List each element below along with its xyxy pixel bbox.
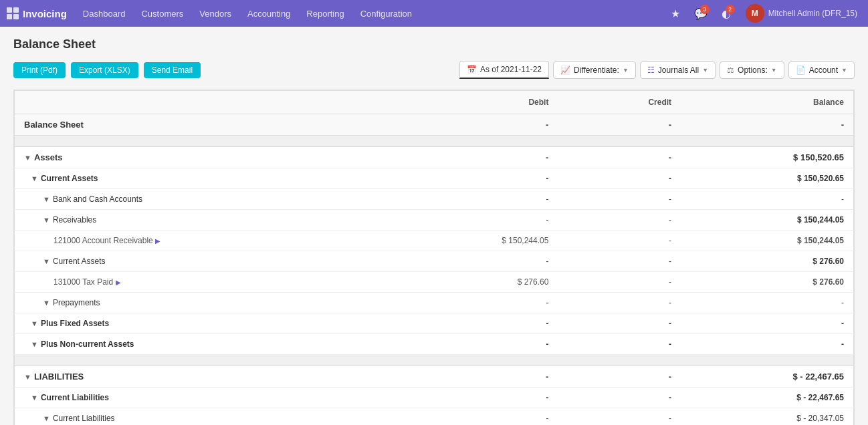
toolbar: Print (Pdf) Export (XLSX) Send Email 📅 A… xyxy=(13,61,855,79)
row-debit: - xyxy=(397,147,558,168)
row-credit: - xyxy=(558,293,681,313)
toggle-arrow[interactable]: ▼ xyxy=(31,174,38,182)
page-title: Balance Sheet xyxy=(13,37,855,51)
row-label: ▼Current Liabilities xyxy=(15,408,397,426)
activity-badge: 2 xyxy=(726,5,735,14)
row-label: 131000 Tax Paid ▶ xyxy=(15,272,397,293)
account-icon: 📄 xyxy=(796,65,806,75)
row-balance: $ - 22,467.65 xyxy=(681,366,853,388)
options-filter-button[interactable]: ⚖ Options: ▼ xyxy=(720,61,784,79)
section-header-row: ▼Assets - - $ 150,520.65 xyxy=(15,147,854,168)
options-caret: ▼ xyxy=(771,67,777,74)
calendar-icon: 📅 xyxy=(467,65,477,74)
row-debit: - xyxy=(397,189,558,210)
row-credit: - xyxy=(558,272,681,293)
export-button[interactable]: Export (XLSX) xyxy=(71,62,138,78)
row-label: ▼Current Liabilities xyxy=(15,388,397,408)
row-credit: - xyxy=(558,210,681,231)
row-balance: - xyxy=(681,189,853,210)
row-label: ▼LIABILITIES xyxy=(15,366,397,388)
toggle-arrow[interactable]: ▼ xyxy=(24,154,31,162)
sub-header-row: ▼Plus Fixed Assets - - - xyxy=(15,313,854,334)
toggle-arrow[interactable]: ▼ xyxy=(43,195,50,203)
col-header-balance: Balance xyxy=(681,91,853,114)
row-credit: - xyxy=(558,168,681,189)
row-label: Balance Sheet xyxy=(15,114,397,136)
toggle-arrow[interactable]: ▼ xyxy=(31,340,38,348)
date-filter-button[interactable]: 📅 As of 2021-11-22 xyxy=(459,61,549,79)
sub-sub-header-row: ▼Prepayments - - - xyxy=(15,293,854,313)
sub-sub-header-row: ▼Receivables - - $ 150,244.05 xyxy=(15,210,854,231)
report-table-container: Debit Credit Balance Balance Sheet - - -… xyxy=(13,90,855,425)
table-row: 131000 Tax Paid ▶ $ 276.60 - $ 276.60 xyxy=(15,272,854,293)
toggle-arrow[interactable]: ▼ xyxy=(31,319,38,327)
row-balance: $ 150,244.05 xyxy=(681,210,853,231)
toggle-arrow[interactable]: ▼ xyxy=(43,216,50,224)
row-link-arrow[interactable]: ▶ xyxy=(116,279,121,286)
nav-reporting[interactable]: Reporting xyxy=(300,0,350,27)
section-gap-row xyxy=(15,136,854,147)
balance-sheet-root-row: Balance Sheet - - - xyxy=(15,114,854,136)
sub-sub-header-row: ▼Current Assets - - $ 276.60 xyxy=(15,251,854,272)
row-credit: - xyxy=(558,147,681,168)
row-balance: $ - 20,347.05 xyxy=(681,408,853,426)
differentiate-filter-button[interactable]: 📈 Differentiate: ▼ xyxy=(553,61,636,79)
user-menu[interactable]: M Mitchell Admin (DFR_15) xyxy=(742,4,861,23)
settings-icon-btn[interactable]: ★ xyxy=(665,3,685,23)
row-debit: - xyxy=(397,168,558,189)
toggle-arrow[interactable]: ▼ xyxy=(43,414,50,422)
nav-accounting[interactable]: Accounting xyxy=(241,0,297,27)
row-label: ▼Receivables xyxy=(15,210,397,231)
user-name: Mitchell Admin (DFR_15) xyxy=(768,9,857,18)
chat-icon-btn[interactable]: 💬 3 xyxy=(691,3,711,23)
journals-label: Journals All xyxy=(658,65,699,75)
date-filter-label: As of 2021-11-22 xyxy=(480,65,542,74)
send-email-button[interactable]: Send Email xyxy=(144,62,201,78)
row-balance: - xyxy=(681,334,853,355)
journals-filter-button[interactable]: ☷ Journals All ▼ xyxy=(640,61,716,79)
row-label: ▼Current Assets xyxy=(15,168,397,189)
differentiate-label: Differentiate: xyxy=(574,65,619,75)
page-content: Balance Sheet Print (Pdf) Export (XLSX) … xyxy=(0,27,868,425)
filter-icon: ⚖ xyxy=(727,65,734,75)
row-debit: - xyxy=(397,293,558,313)
filter-group: 📅 As of 2021-11-22 📈 Differentiate: ▼ ☷ … xyxy=(459,61,855,79)
row-balance: - xyxy=(681,114,853,136)
journals-icon: ☷ xyxy=(647,65,655,75)
toggle-arrow[interactable]: ▼ xyxy=(31,394,38,402)
row-credit: - xyxy=(558,231,681,251)
differentiate-caret: ▼ xyxy=(623,67,629,74)
row-balance: $ 150,520.65 xyxy=(681,147,853,168)
row-link-arrow[interactable]: ▶ xyxy=(155,237,160,245)
app-logo[interactable]: Invoicing xyxy=(7,7,67,19)
sub-sub-header-row: ▼Current Liabilities - - $ - 20,347.05 xyxy=(15,408,854,426)
print-button[interactable]: Print (Pdf) xyxy=(13,62,66,78)
row-debit: $ 150,244.05 xyxy=(397,231,558,251)
row-credit: - xyxy=(558,189,681,210)
row-credit: - xyxy=(558,313,681,334)
account-filter-button[interactable]: 📄 Account ▼ xyxy=(788,61,855,79)
row-label: ▼Prepayments xyxy=(15,293,397,313)
row-debit: - xyxy=(397,388,558,408)
nav-dashboard[interactable]: Dashboard xyxy=(76,0,132,27)
activity-icon-btn[interactable]: ◐ 2 xyxy=(716,3,736,23)
account-caret: ▼ xyxy=(841,67,847,74)
toggle-arrow[interactable]: ▼ xyxy=(43,299,50,307)
nav-configuration[interactable]: Configuration xyxy=(354,0,419,27)
toggle-arrow[interactable]: ▼ xyxy=(43,257,50,265)
row-balance: $ 276.60 xyxy=(681,272,853,293)
nav-vendors[interactable]: Vendors xyxy=(193,0,238,27)
nav-customers[interactable]: Customers xyxy=(134,0,190,27)
row-label: ▼Bank and Cash Accounts xyxy=(15,189,397,210)
row-debit: - xyxy=(397,408,558,426)
row-credit: - xyxy=(558,366,681,388)
row-balance: $ - 22,467.65 xyxy=(681,388,853,408)
row-balance: $ 150,520.65 xyxy=(681,168,853,189)
toggle-arrow[interactable]: ▼ xyxy=(24,373,31,381)
chart-icon: 📈 xyxy=(560,65,570,75)
row-credit: - xyxy=(558,114,681,136)
row-label: 121000 Account Receivable ▶ xyxy=(15,231,397,251)
row-balance: - xyxy=(681,313,853,334)
row-balance: $ 276.60 xyxy=(681,251,853,272)
row-credit: - xyxy=(558,408,681,426)
